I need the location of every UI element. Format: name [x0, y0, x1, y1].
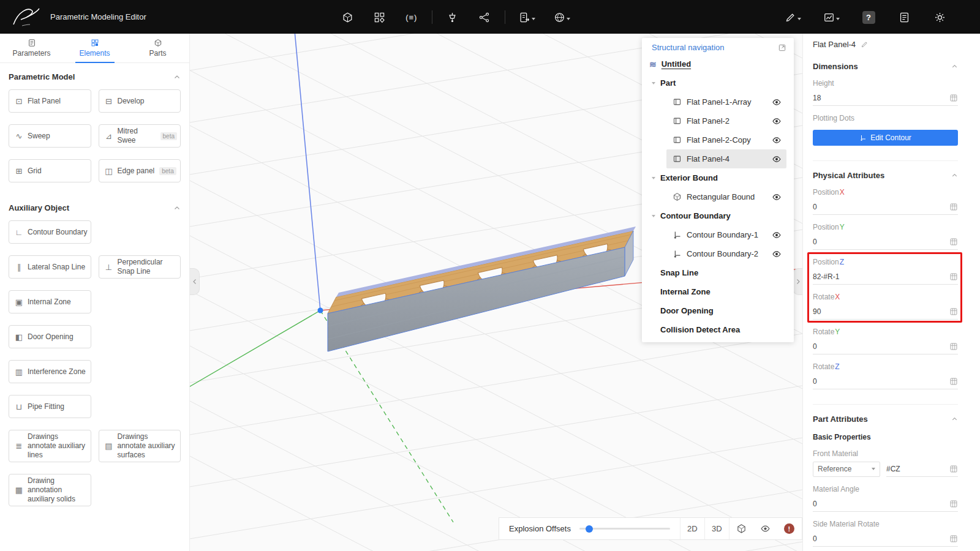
develop-button[interactable]: ⊟Develop [99, 89, 181, 113]
visibility-eye-icon[interactable] [772, 97, 782, 107]
tree-item-rectangular-bound[interactable]: Rectangular Bound [666, 187, 786, 206]
view-2d-button[interactable]: 2D [680, 518, 704, 539]
edit-contour-button[interactable]: Edit Contour [813, 130, 958, 146]
material-angle-input[interactable] [813, 500, 947, 508]
numeric-keypad-icon[interactable] [949, 238, 958, 246]
section-header-part-attributes[interactable]: Part Attributes [813, 404, 958, 424]
rotate-y-input[interactable] [813, 342, 947, 351]
caret-down-icon[interactable] [650, 215, 657, 217]
caret-down-icon[interactable] [650, 177, 657, 179]
numeric-keypad-icon[interactable] [949, 377, 958, 386]
section-header-parametric-model[interactable]: Parametric Model [0, 63, 189, 88]
tree-group-snap-line[interactable]: Snap Line [642, 263, 794, 282]
flat-panel-button[interactable]: ⊡Flat Panel [9, 89, 91, 113]
tree-group-contour-boundary[interactable]: Contour Boundary [642, 206, 794, 225]
numeric-keypad-icon[interactable] [949, 307, 958, 316]
visibility-icon[interactable] [753, 523, 777, 534]
contour-boundary-button[interactable]: ∟Contour Boundary [9, 220, 91, 244]
side-material-rotate-input[interactable] [813, 534, 947, 543]
tree-group-exterior-bound[interactable]: Exterior Bound [642, 168, 794, 187]
solid-display-icon[interactable] [729, 523, 753, 534]
numeric-keypad-icon[interactable] [949, 534, 958, 543]
caret-down-icon[interactable] [650, 82, 657, 84]
export-document-icon[interactable] [519, 9, 535, 25]
drawing-annotation-solids-button[interactable]: ▦Drawing annotation auxiliary solids [9, 474, 91, 506]
visibility-eye-icon[interactable] [772, 116, 782, 126]
tree-group-internal-zone[interactable]: Internal Zone [642, 282, 794, 301]
tree-group-collision-detect-area[interactable]: Collision Detect Area [642, 320, 794, 339]
interference-zone-button[interactable]: ▥Interference Zone [9, 360, 91, 383]
collapse-left-panel-button[interactable] [190, 268, 200, 295]
collapse-right-panel-button[interactable] [793, 268, 802, 295]
help-icon[interactable]: ? [862, 9, 875, 25]
numeric-keypad-icon[interactable] [949, 500, 958, 508]
toolbar-separator [432, 10, 432, 24]
numeric-keypad-icon[interactable] [949, 272, 958, 281]
front-material-mode-select[interactable]: Reference [813, 462, 880, 477]
slider-knob[interactable] [586, 525, 593, 533]
rotate-y-label: RotateY [813, 328, 958, 336]
position-y-input[interactable] [813, 238, 947, 246]
warning-icon[interactable]: ! [777, 523, 801, 534]
numeric-keypad-icon[interactable] [949, 203, 958, 211]
numeric-keypad-icon[interactable] [949, 342, 958, 351]
view-3d-button[interactable]: 3D [705, 518, 729, 539]
plumb-icon[interactable] [446, 9, 459, 25]
section-header-physical-attributes[interactable]: Physical Attributes [813, 160, 958, 180]
tab-parameters[interactable]: Parameters [0, 34, 63, 62]
visibility-eye-icon[interactable] [772, 249, 782, 259]
edit-pencil-icon[interactable] [785, 9, 801, 25]
mitred-sweep-button[interactable]: ⊿Mitred Sweebeta [99, 124, 181, 148]
expand-panel-icon[interactable] [778, 43, 786, 52]
tree-group-part[interactable]: Part [642, 73, 794, 92]
tree-group-door-opening[interactable]: Door Opening [642, 301, 794, 320]
tree-item-flat-panel-1-array[interactable]: Flat Panel-1-Array [666, 92, 786, 111]
tree-item-flat-panel-2[interactable]: Flat Panel-2 [666, 111, 786, 130]
tree-root-untitled[interactable]: ≋ Untitled [642, 54, 794, 73]
rotate-z-input[interactable] [813, 377, 947, 386]
rotate-x-input[interactable] [813, 307, 947, 316]
document-icon[interactable] [897, 9, 911, 25]
front-material-input[interactable] [886, 465, 947, 473]
numeric-keypad-icon[interactable] [949, 465, 958, 473]
visibility-eye-icon[interactable] [772, 154, 782, 164]
node-tree-icon[interactable] [478, 9, 491, 25]
drawings-annotate-lines-button[interactable]: ≣Drawings annotate auxiliary lines [9, 430, 91, 462]
settings-gear-icon[interactable] [933, 9, 946, 25]
position-z-input[interactable] [813, 272, 947, 281]
perpendicular-snap-line-icon: ⊥ [105, 263, 113, 272]
rotate-x-input-row [813, 304, 958, 320]
section-header-auxiliary-object[interactable]: Auxiliary Object [0, 194, 189, 219]
internal-zone-button[interactable]: ▣Internal Zone [9, 290, 91, 313]
constraint-icon[interactable]: (≡) [405, 9, 418, 25]
side-material-rotate-input-row [813, 531, 958, 547]
edge-panel-button[interactable]: ◫Edge panelbeta [99, 159, 181, 182]
visibility-eye-icon[interactable] [772, 230, 782, 240]
pattern-array-icon[interactable] [373, 9, 386, 25]
drawing-chart-icon[interactable] [823, 9, 840, 25]
model-library-icon[interactable] [341, 9, 355, 25]
section-header-dimensions[interactable]: Dimensions [813, 62, 958, 71]
drawings-annotate-surfaces-button[interactable]: ▤Drawings annotate auxiliary surfaces [99, 430, 181, 462]
pipe-fitting-button[interactable]: ⊔Pipe Fitting [9, 395, 91, 418]
rename-pencil-icon[interactable] [861, 40, 869, 48]
tree-item-contour-boundary-2[interactable]: Contour Boundary-2 [666, 244, 786, 263]
position-x-input[interactable] [813, 203, 947, 211]
axis-z-blue [295, 34, 320, 310]
sweep-button[interactable]: ∿Sweep [9, 124, 91, 148]
explosion-offset-slider[interactable] [579, 528, 670, 530]
tree-item-flat-panel-4[interactable]: Flat Panel-4 [666, 149, 786, 168]
visibility-eye-icon[interactable] [772, 192, 782, 202]
perpendicular-snap-line-button[interactable]: ⊥Perpendicular Snap Line [99, 255, 181, 279]
grid-button[interactable]: ⊞Grid [9, 159, 91, 182]
numeric-keypad-icon[interactable] [949, 94, 958, 102]
visibility-eye-icon[interactable] [772, 135, 782, 145]
lateral-snap-line-button[interactable]: ∥Lateral Snap Line [9, 255, 91, 279]
tree-item-flat-panel-2-copy[interactable]: Flat Panel-2-Copy [666, 130, 786, 149]
door-opening-button[interactable]: ◧Door Opening [9, 325, 91, 348]
tab-elements[interactable]: Elements [63, 34, 126, 62]
height-input[interactable] [813, 94, 947, 102]
publish-globe-icon[interactable] [554, 9, 570, 25]
tree-item-contour-boundary-1[interactable]: Contour Boundary-1 [666, 225, 786, 244]
tab-parts[interactable]: Parts [126, 34, 189, 62]
